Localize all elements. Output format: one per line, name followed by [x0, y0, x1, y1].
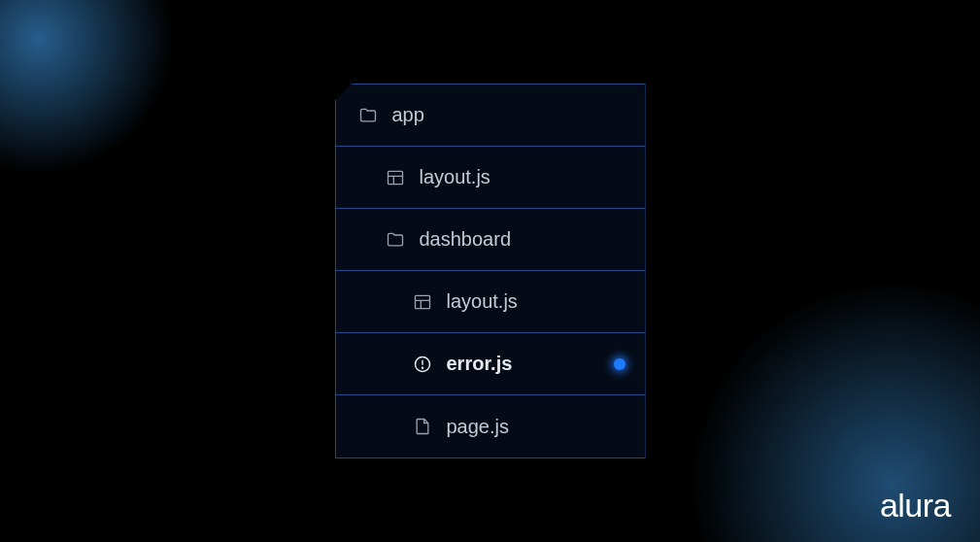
brand-logo: alura [880, 487, 951, 525]
tree-item-layout-app[interactable]: layout.js [336, 147, 645, 209]
file-icon [412, 416, 433, 437]
tree-item-layout-dashboard[interactable]: layout.js [336, 271, 645, 333]
tree-item-error[interactable]: error.js [336, 333, 645, 395]
folder-icon [357, 105, 379, 126]
active-dot [614, 358, 625, 370]
tree-item-label: layout.js [420, 166, 490, 188]
tree-item-label: dashboard [420, 228, 512, 251]
layout-icon [412, 291, 433, 313]
glow-top-left [0, 0, 175, 175]
file-tree: app layout.js dashboard layout.js error.… [335, 84, 646, 458]
tree-item-label: app [392, 104, 424, 126]
tree-item-app[interactable]: app [336, 85, 645, 147]
tree-item-page[interactable]: page.js [336, 395, 645, 457]
folder-icon [385, 229, 406, 251]
tree-item-label: layout.js [447, 290, 518, 313]
tree-item-label: page.js [447, 416, 510, 438]
svg-point-8 [422, 367, 422, 368]
tree-item-label: error.js [447, 353, 513, 375]
svg-rect-0 [388, 171, 402, 184]
alert-icon [412, 354, 433, 375]
tree-item-dashboard[interactable]: dashboard [336, 209, 645, 271]
svg-rect-3 [415, 295, 429, 308]
layout-icon [385, 167, 406, 188]
